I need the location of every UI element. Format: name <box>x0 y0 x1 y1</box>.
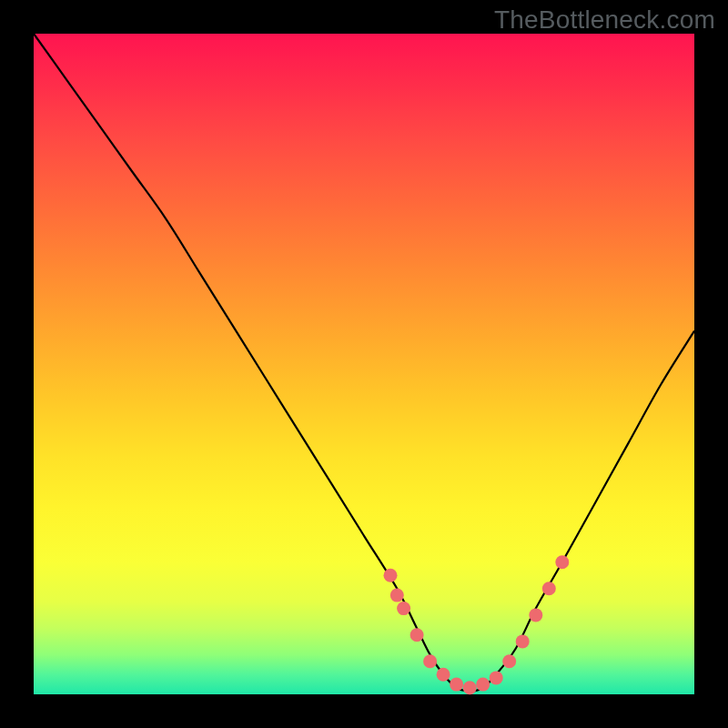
marker-dot <box>502 654 516 668</box>
marker-dot <box>555 555 569 569</box>
chart-svg <box>34 34 694 694</box>
chart-frame: TheBottleneck.com <box>0 0 728 728</box>
plot-area <box>34 34 694 694</box>
marker-dot <box>437 668 450 682</box>
marker-dot <box>490 671 503 684</box>
marker-dot <box>397 602 410 615</box>
marker-dot <box>390 589 404 602</box>
watermark-text: TheBottleneck.com <box>494 5 715 35</box>
marker-dot <box>423 654 437 668</box>
marker-dot <box>450 678 463 692</box>
marker-dot <box>463 681 477 694</box>
marker-dot <box>516 634 530 648</box>
marker-dot <box>542 581 556 595</box>
marker-dot <box>529 608 542 622</box>
marker-dot <box>410 628 424 642</box>
marker-dot <box>476 678 490 692</box>
marker-dots <box>384 555 570 694</box>
marker-dot <box>384 569 398 582</box>
curve-line <box>34 34 694 691</box>
